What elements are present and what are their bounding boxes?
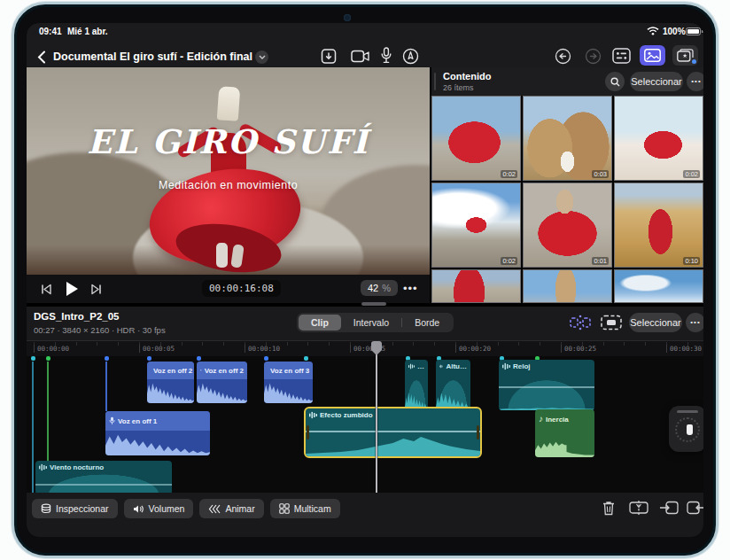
clip-connections-toggle[interactable]	[570, 314, 591, 331]
app-screen: 09:41 Mié 1 abr. 100% Documental El giro…	[27, 23, 703, 537]
back-button[interactable]	[37, 51, 46, 64]
timecode-display[interactable]: 00:00:16:08	[202, 280, 281, 297]
viewer-subtitle-text: Meditación en movimiento	[27, 179, 430, 191]
connection-marker	[105, 356, 109, 361]
media-browser-toggle-active[interactable]	[640, 45, 665, 66]
media-thumbnail[interactable]: 0:03	[523, 96, 612, 181]
clip-reloj[interactable]: Reloj	[499, 360, 594, 410]
clip-duration: 0:02	[501, 257, 517, 265]
clips-library-button[interactable]	[672, 45, 698, 66]
multicam-button[interactable]: Multicam	[270, 499, 340, 518]
volume-button[interactable]: Volumen	[124, 499, 194, 518]
status-time: 09:41	[39, 27, 62, 36]
browser-more-button[interactable]: •••	[687, 72, 703, 91]
selection-mode-segmented-control: Clip Intervalo Borde	[297, 313, 454, 332]
playhead[interactable]	[376, 342, 377, 494]
media-thumbnail[interactable]: 0:02	[431, 96, 521, 181]
animate-button[interactable]: Animar	[199, 499, 263, 518]
media-thumbnail[interactable]: 0:10	[614, 183, 703, 268]
multicam-grid-icon	[279, 503, 290, 514]
ruler-label: 00:00:05	[139, 345, 175, 353]
clips-badge-dot	[692, 59, 696, 64]
tab-borde[interactable]: Borde	[402, 315, 452, 331]
music-note-icon: ♪	[539, 416, 543, 423]
media-thumbnail[interactable]: 0:01	[523, 183, 612, 268]
clip-viento-nocturno[interactable]: Viento nocturno	[35, 461, 172, 494]
clip-altu[interactable]: Altu…	[436, 360, 470, 410]
tab-clip[interactable]: Clip	[299, 315, 341, 331]
search-button[interactable]	[605, 72, 625, 91]
connection-marker	[46, 356, 50, 361]
clip-duration: 0:03	[592, 170, 609, 178]
play-button[interactable]	[66, 282, 78, 296]
panel-drag-handle[interactable]	[361, 302, 386, 306]
undo-button[interactable]	[555, 48, 571, 65]
clip-inercia[interactable]: ♪Inercia	[535, 409, 594, 457]
viewer-more-button[interactable]: •••	[403, 283, 418, 294]
clip-duration: 0:02	[501, 170, 517, 178]
timeline-footer: Inspeccionar Volumen Animar	[27, 493, 703, 537]
ruler-label: 00:00:25	[561, 345, 596, 353]
content-browser-panel: Contenido 26 ítems Seleccionar ••• 0:02 …	[431, 67, 703, 303]
trim-handle-left[interactable]	[307, 425, 309, 439]
dervish-leg	[216, 243, 228, 268]
media-thumbnail[interactable]	[614, 269, 703, 303]
jog-wheel[interactable]	[669, 406, 703, 452]
ruler-label: 00:00:10	[245, 345, 280, 353]
inspector-icon	[41, 503, 51, 514]
front-camera	[344, 14, 351, 21]
browser-select-button[interactable]: Seleccionar	[630, 72, 683, 91]
timeline-ruler[interactable]: 00:00:00 00:00:05 00:00:10 00:00:15 00:0…	[27, 340, 703, 356]
timeline-project-meta: 00:27 · 3840 × 2160 · HDR · 30 fps	[34, 325, 166, 335]
import-media-button[interactable]	[321, 48, 337, 65]
clip-voz-en-off-1[interactable]: Voz en off 1	[105, 411, 210, 455]
timeline-panel: DGS_Intro_P2_05 00:27 · 3840 × 2160 · HD…	[27, 307, 703, 537]
dervish-hat	[217, 86, 241, 121]
blade-cut-button[interactable]	[629, 500, 648, 516]
ruler-label: 00:00:20	[455, 345, 491, 353]
connection-stem	[105, 362, 107, 411]
append-clip-button[interactable]	[687, 500, 703, 516]
viewer-canvas[interactable]: EL GIRO SUFÍ Meditación en movimiento	[27, 67, 430, 275]
connection-marker	[264, 356, 268, 361]
trim-handle-right[interactable]	[477, 425, 479, 439]
previous-frame-button[interactable]	[41, 284, 52, 295]
next-frame-button[interactable]	[90, 284, 102, 295]
keyframes-icon	[208, 504, 221, 514]
pencil-draw-button[interactable]	[402, 48, 419, 65]
media-thumbnail[interactable]	[523, 269, 612, 303]
screenshot-stage: 09:41 Mié 1 abr. 100% Documental El giro…	[0, 0, 730, 560]
zoom-level-control[interactable]: 42%	[361, 280, 398, 296]
insert-clip-button[interactable]	[659, 500, 679, 516]
timeline-more-button[interactable]: •••	[686, 313, 703, 332]
media-thumbnail[interactable]: 0:02	[614, 96, 703, 181]
connection-marker	[197, 356, 201, 361]
media-thumbnail[interactable]	[431, 269, 521, 303]
jog-dial[interactable]	[675, 417, 700, 442]
clip-voz-en-off-3[interactable]: Voz en off 3	[264, 362, 313, 403]
clip-voz-en-off-2b[interactable]: Voz en off 2	[197, 362, 247, 403]
battery-icon	[686, 27, 701, 35]
viewer-settings-button[interactable]	[612, 48, 631, 64]
clip-audio-small[interactable]: …	[405, 360, 428, 410]
timeline-select-button[interactable]: Seleccionar	[629, 313, 682, 332]
connection-marker	[304, 356, 308, 361]
clip-duration: 0:02	[683, 170, 700, 178]
delete-clip-button[interactable]	[602, 501, 615, 516]
camera-record-button[interactable]	[351, 50, 370, 63]
status-bar: 09:41 Mié 1 abr. 100%	[27, 23, 703, 39]
browser-item-count: 26 ítems	[443, 83, 474, 92]
title-chevron-down-icon[interactable]	[255, 51, 268, 64]
clip-efecto-zumbido-selected[interactable]: Efecto zumbido	[304, 407, 482, 458]
overlay-view-button[interactable]	[601, 314, 622, 331]
browser-edge-handle[interactable]	[434, 73, 436, 90]
speaker-icon	[133, 504, 144, 514]
redo-button[interactable]	[585, 48, 602, 65]
playback-bar: 00:00:16:08 42% •••	[27, 275, 430, 303]
microphone-button[interactable]	[381, 47, 392, 64]
thin-clip-line[interactable]	[32, 362, 34, 494]
tab-intervalo[interactable]: Intervalo	[341, 315, 401, 331]
clip-voz-en-off-2[interactable]: Voz en off 2	[147, 362, 194, 403]
inspect-button[interactable]: Inspeccionar	[32, 499, 118, 518]
media-thumbnail[interactable]: 0:02	[431, 183, 521, 268]
